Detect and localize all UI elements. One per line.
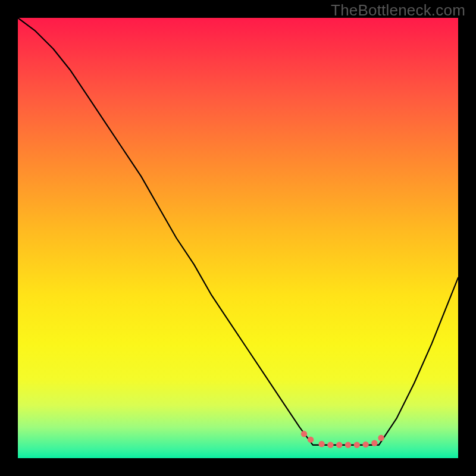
- data-dot: [308, 437, 314, 443]
- data-dot: [362, 441, 368, 447]
- curve-layer: [18, 18, 458, 458]
- data-dot: [327, 442, 333, 448]
- data-dot: [371, 440, 377, 446]
- data-dot: [354, 442, 360, 448]
- data-dot: [345, 442, 351, 448]
- chart-frame: TheBottleneck.com: [0, 0, 476, 476]
- data-dot: [318, 441, 324, 447]
- data-dot: [301, 431, 307, 437]
- data-dot: [378, 435, 384, 441]
- plot-area: [18, 18, 458, 458]
- data-dot: [336, 442, 342, 448]
- bottleneck-curve: [18, 18, 458, 445]
- watermark-text: TheBottleneck.com: [331, 1, 465, 20]
